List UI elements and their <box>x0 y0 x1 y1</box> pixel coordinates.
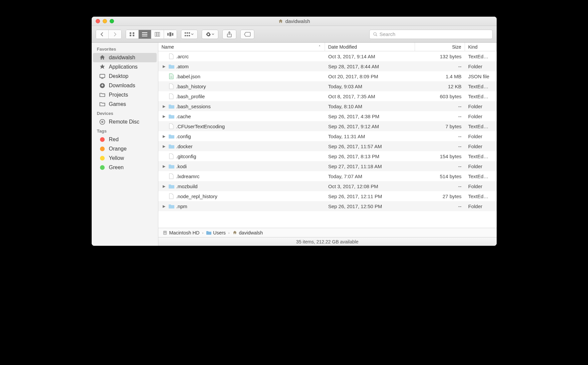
file-row[interactable]: ▶.kodiSep 27, 2017, 11:18 AM--Folder <box>158 161 497 171</box>
disclosure-triangle[interactable]: ▶ <box>162 114 166 119</box>
path-segment[interactable]: Macintosh HD <box>162 230 200 235</box>
sidebar-item-davidwalsh[interactable]: davidwalsh <box>93 53 157 62</box>
icon-view-button[interactable] <box>126 30 139 39</box>
column-view-button[interactable] <box>151 30 164 39</box>
svg-rect-5 <box>142 34 147 35</box>
svg-point-20 <box>373 32 376 35</box>
close-window-button[interactable] <box>96 19 100 23</box>
minimize-window-button[interactable] <box>103 19 107 23</box>
disc-icon <box>99 119 106 125</box>
svg-rect-0 <box>130 32 131 34</box>
sidebar-item-label: Games <box>109 101 126 107</box>
sidebar-item-orange[interactable]: Orange <box>93 144 157 154</box>
file-row[interactable]: ▶.atomSep 28, 2017, 8:44 AM--Folder <box>158 61 497 71</box>
file-kind: TextEd… <box>465 51 497 61</box>
sidebar-item-red[interactable]: Red <box>93 135 157 144</box>
file-name: .config <box>176 134 191 139</box>
disclosure-triangle[interactable]: ▶ <box>162 204 166 208</box>
file-name: .lxdreamrc <box>176 174 200 179</box>
chevron-down-icon <box>191 33 194 35</box>
kind-column-header[interactable]: Kind <box>465 43 497 51</box>
file-row[interactable]: .CFUserTextEncodingSep 26, 2017, 9:12 AM… <box>158 121 497 131</box>
file-size: 27 bytes <box>415 191 465 201</box>
disclosure-triangle[interactable]: ▶ <box>162 144 166 149</box>
path-label: Macintosh HD <box>169 230 200 235</box>
file-row[interactable]: .bash_profileOct 8, 2017, 7:35 AM603 byt… <box>158 91 497 101</box>
date-column-header[interactable]: Date Modified <box>325 43 415 51</box>
svg-rect-4 <box>142 32 147 33</box>
tags-button[interactable] <box>240 30 254 39</box>
file-kind: Folder <box>465 61 497 71</box>
file-list[interactable]: .arcrcOct 3, 2017, 9:14 AM132 bytesTextE… <box>158 51 497 228</box>
disclosure-triangle[interactable]: ▶ <box>162 104 166 109</box>
sidebar-item-applications[interactable]: Applications <box>93 62 157 72</box>
json-file-icon: { } <box>168 73 174 79</box>
share-button[interactable] <box>222 30 236 39</box>
file-row[interactable]: ▶.cacheSep 26, 2017, 4:38 PM--Folder <box>158 111 497 121</box>
zoom-window-button[interactable] <box>110 19 114 23</box>
coverflow-view-button[interactable] <box>164 30 177 39</box>
folder-icon <box>168 133 174 139</box>
sort-ascending-icon: ˄ <box>319 45 321 49</box>
file-size: -- <box>415 161 465 171</box>
svg-rect-14 <box>187 32 188 34</box>
name-column-header[interactable]: Name ˄ <box>158 43 325 51</box>
file-row[interactable]: .lxdreamrcToday, 7:07 AM514 bytesTextEd… <box>158 171 497 181</box>
file-row[interactable]: .arcrcOct 3, 2017, 9:14 AM132 bytesTextE… <box>158 51 497 61</box>
path-segment[interactable]: Users <box>206 230 226 235</box>
file-size: -- <box>415 101 465 111</box>
file-name: .gitconfig <box>176 154 196 159</box>
disclosure-triangle[interactable]: ▶ <box>162 64 166 69</box>
file-name: .cache <box>176 114 191 119</box>
folder-icon <box>99 101 106 108</box>
file-icon <box>168 173 174 179</box>
sidebar-item-yellow[interactable]: Yellow <box>93 154 157 163</box>
sidebar-section-header: Devices <box>92 109 158 117</box>
titlebar: davidwalsh <box>92 17 497 26</box>
sidebar-item-label: Red <box>109 137 119 143</box>
list-view-button[interactable] <box>139 30 151 39</box>
sidebar-item-downloads[interactable]: Downloads <box>93 81 157 90</box>
file-row[interactable]: .bash_historyToday, 9:03 AM12 KBTextEd… <box>158 81 497 91</box>
sidebar-item-projects[interactable]: Projects <box>93 90 157 100</box>
file-kind: TextEd… <box>465 91 497 101</box>
action-button[interactable] <box>202 30 218 39</box>
size-column-header[interactable]: Size <box>415 43 465 51</box>
file-date: Oct 3, 2017, 9:14 AM <box>325 51 415 61</box>
sidebar-item-games[interactable]: Games <box>93 100 157 109</box>
file-row[interactable]: ▶.configToday, 11:31 AM--Folder <box>158 131 497 141</box>
tag-icon <box>99 146 106 152</box>
file-row[interactable]: .gitconfigSep 26, 2017, 8:13 PM154 bytes… <box>158 151 497 161</box>
file-date: Sep 26, 2017, 12:50 PM <box>325 201 415 211</box>
file-name: .atom <box>176 64 189 69</box>
arrange-button[interactable] <box>181 30 198 39</box>
file-row[interactable]: .node_repl_historySep 26, 2017, 12:11 PM… <box>158 191 497 201</box>
file-row[interactable]: ▶.mozbuildOct 3, 2017, 12:08 PM--Folder <box>158 181 497 191</box>
file-row[interactable]: ▶.bash_sessionsToday, 8:10 AM--Folder <box>158 101 497 111</box>
file-name: .bash_sessions <box>176 104 211 109</box>
disclosure-triangle[interactable]: ▶ <box>162 134 166 139</box>
file-row[interactable]: { }.babel.jsonOct 20, 2017, 8:09 PM1.4 M… <box>158 71 497 81</box>
sidebar-item-remote-disc[interactable]: Remote Disc <box>93 117 157 127</box>
file-name: .npm <box>176 203 187 209</box>
file-row[interactable]: ▶.npmSep 26, 2017, 12:50 PM--Folder <box>158 201 497 211</box>
sidebar-item-green[interactable]: Green <box>93 163 157 172</box>
file-kind: Folder <box>465 101 497 111</box>
disclosure-triangle[interactable]: ▶ <box>162 184 166 188</box>
sidebar-item-desktop[interactable]: Desktop <box>93 72 157 81</box>
file-date: Today, 11:31 AM <box>325 131 415 141</box>
folder-icon <box>168 113 174 119</box>
forward-button[interactable] <box>109 30 121 39</box>
home-icon <box>99 54 106 61</box>
status-bar: 35 items, 212.22 GB available <box>158 237 497 246</box>
apps-icon <box>99 64 106 70</box>
svg-rect-11 <box>169 32 171 36</box>
back-button[interactable] <box>96 30 109 39</box>
path-segment[interactable]: davidwalsh <box>232 230 263 235</box>
svg-rect-13 <box>185 32 186 34</box>
file-kind: TextEd… <box>465 171 497 181</box>
file-date: Sep 27, 2017, 11:18 AM <box>325 161 415 171</box>
disclosure-triangle[interactable]: ▶ <box>162 164 166 169</box>
search-input[interactable]: Search <box>369 30 493 39</box>
file-row[interactable]: ▶.dockerSep 26, 2017, 11:57 AM--Folder <box>158 141 497 151</box>
